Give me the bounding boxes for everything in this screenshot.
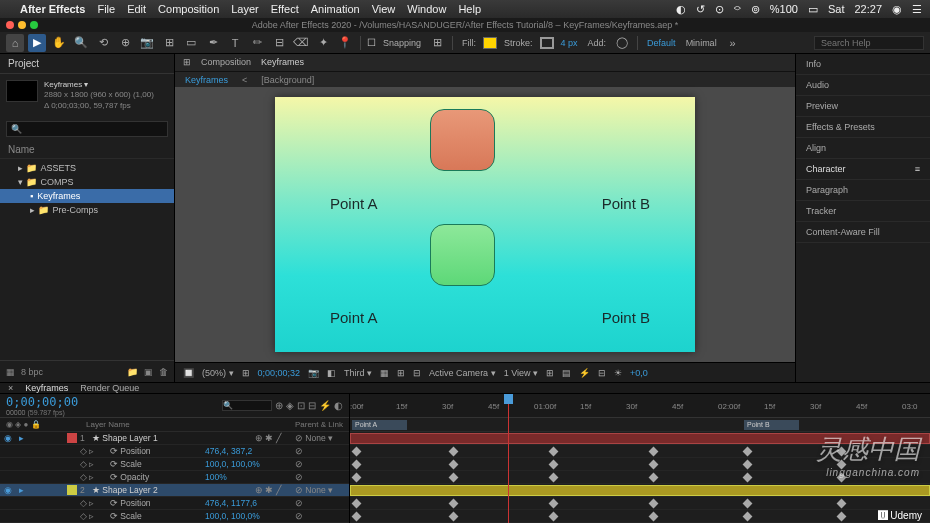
menu-layer[interactable]: Layer: [231, 3, 259, 15]
fast-preview-icon[interactable]: ⚡: [579, 368, 590, 378]
magnification-icon[interactable]: 🔲: [183, 368, 194, 378]
exposure-icon[interactable]: ☀: [614, 368, 622, 378]
resolution-icon[interactable]: ⊞: [242, 368, 250, 378]
fill-swatch[interactable]: [483, 37, 497, 49]
menu-window[interactable]: Window: [407, 3, 446, 15]
viewer[interactable]: Point A Point B Point A Point B: [175, 87, 795, 362]
project-search[interactable]: [6, 121, 168, 137]
tl-fx-icon[interactable]: ⚡: [319, 400, 331, 411]
property-row[interactable]: ◇ ▹⟳ Opacity100%⊘: [0, 471, 349, 484]
time-ruler[interactable]: :00f15f30f45f01:00f15f30f45f02:00f15f30f…: [350, 394, 930, 418]
timeline-search[interactable]: [222, 400, 272, 411]
menu-composition[interactable]: Composition: [158, 3, 219, 15]
resolution-dropdown[interactable]: Third ▾: [344, 368, 372, 378]
current-time[interactable]: 0;00;00;32: [258, 368, 301, 378]
composition-canvas[interactable]: Point A Point B Point A Point B: [275, 97, 695, 352]
new-folder-icon[interactable]: 📁: [127, 367, 138, 377]
layer-row[interactable]: ◉ ▸1★ Shape Layer 1⊕ ✱ ╱⊘ None ▾: [0, 432, 349, 445]
bpc-toggle[interactable]: 8 bpc: [21, 367, 43, 377]
rotate-tool[interactable]: ⊕: [116, 34, 134, 52]
panel-preview[interactable]: Preview: [796, 96, 930, 117]
tl-tab-keyframes[interactable]: Keyframes: [25, 383, 68, 393]
panel-align[interactable]: Align: [796, 138, 930, 159]
channels-icon[interactable]: ◧: [327, 368, 336, 378]
pixel-aspect-icon[interactable]: ▤: [562, 368, 571, 378]
roi-icon[interactable]: ▦: [380, 368, 389, 378]
close-icon[interactable]: [6, 21, 14, 29]
comp-keyframes[interactable]: ▪ Keyframes: [0, 189, 174, 203]
maximize-icon[interactable]: [30, 21, 38, 29]
snapshot-icon[interactable]: 📷: [308, 368, 319, 378]
add-menu[interactable]: ◯: [613, 34, 631, 52]
property-row[interactable]: ◇ ▹⟳ Position476,4, 1177,6⊘: [0, 497, 349, 510]
stroke-swatch[interactable]: [540, 37, 554, 49]
zoom-dropdown[interactable]: (50%) ▾: [202, 368, 234, 378]
snap-icon[interactable]: ⊞: [428, 34, 446, 52]
orbit-tool[interactable]: ⟲: [94, 34, 112, 52]
puppet-tool[interactable]: 📍: [336, 34, 354, 52]
interpret-icon[interactable]: ▦: [6, 367, 15, 377]
tl-shy-icon[interactable]: ⊟: [308, 400, 316, 411]
flowchart-icon[interactable]: ⊞: [183, 57, 191, 67]
playhead[interactable]: [508, 394, 509, 523]
comp-thumbnail[interactable]: [6, 80, 38, 102]
panel-content-aware[interactable]: Content-Aware Fill: [796, 222, 930, 243]
menu-animation[interactable]: Animation: [311, 3, 360, 15]
menu-effect[interactable]: Effect: [271, 3, 299, 15]
guides-icon[interactable]: ⊟: [413, 368, 421, 378]
selection-tool[interactable]: ▶: [28, 34, 46, 52]
tl-draft-icon[interactable]: ⊡: [297, 400, 305, 411]
folder-comps[interactable]: ▾ 📁 COMPS: [0, 175, 174, 189]
flow-tab-keyframes[interactable]: Keyframes: [185, 75, 228, 85]
layer-row[interactable]: ◉ ▸2★ Shape Layer 2⊕ ✱ ╱⊘ None ▾: [0, 484, 349, 497]
panel-character[interactable]: Character≡: [796, 159, 930, 180]
camera-tool[interactable]: 📷: [138, 34, 156, 52]
workspace-more[interactable]: »: [724, 34, 742, 52]
menu-help[interactable]: Help: [458, 3, 481, 15]
timeline-tracks[interactable]: :00f15f30f45f01:00f15f30f45f02:00f15f30f…: [350, 394, 930, 523]
flow-tab-background[interactable]: [Background]: [261, 75, 314, 85]
views-dropdown[interactable]: 1 View ▾: [504, 368, 538, 378]
brush-tool[interactable]: ✏: [248, 34, 266, 52]
delete-icon[interactable]: 🗑: [159, 367, 168, 377]
shape-tool[interactable]: ▭: [182, 34, 200, 52]
tl-tab-render[interactable]: Render Queue: [80, 383, 139, 393]
search-icon[interactable]: ☰: [912, 3, 922, 16]
traffic-lights[interactable]: [6, 21, 38, 29]
workspace-minimal[interactable]: Minimal: [686, 38, 717, 48]
type-tool[interactable]: T: [226, 34, 244, 52]
panel-tracker[interactable]: Tracker: [796, 201, 930, 222]
view-opts-icon[interactable]: ⊞: [546, 368, 554, 378]
app-name[interactable]: After Effects: [20, 3, 85, 15]
shape-layer-1[interactable]: [430, 109, 495, 171]
panel-info[interactable]: Info: [796, 54, 930, 75]
current-timecode[interactable]: 0;00;00;00: [6, 395, 78, 409]
pan-behind-tool[interactable]: ⊞: [160, 34, 178, 52]
tl-graph-icon[interactable]: ◈: [286, 400, 294, 411]
camera-dropdown[interactable]: Active Camera ▾: [429, 368, 496, 378]
marker-point-b[interactable]: Point B: [744, 420, 799, 430]
minimize-icon[interactable]: [18, 21, 26, 29]
snapping-checkbox[interactable]: ☐: [367, 37, 376, 48]
menu-file[interactable]: File: [97, 3, 115, 15]
property-row[interactable]: ◇ ▹⟳ Position476,4, 387,2⊘: [0, 445, 349, 458]
pen-tool[interactable]: ✒: [204, 34, 222, 52]
timeline-icon[interactable]: ⊟: [598, 368, 606, 378]
folder-precomps[interactable]: ▸ 📁 Pre-Comps: [0, 203, 174, 217]
panel-paragraph[interactable]: Paragraph: [796, 180, 930, 201]
home-tool[interactable]: ⌂: [6, 34, 24, 52]
new-comp-icon[interactable]: ▣: [144, 367, 153, 377]
roto-tool[interactable]: ✦: [314, 34, 332, 52]
menu-edit[interactable]: Edit: [127, 3, 146, 15]
shape-layer-2[interactable]: [430, 224, 495, 286]
marker-point-a[interactable]: Point A: [352, 420, 407, 430]
property-row[interactable]: ◇ ▹⟳ Scale100,0, 100,0%⊘: [0, 458, 349, 471]
panel-audio[interactable]: Audio: [796, 75, 930, 96]
zoom-tool[interactable]: 🔍: [72, 34, 90, 52]
eraser-tool[interactable]: ⌫: [292, 34, 310, 52]
comp-crumb[interactable]: Keyframes: [261, 57, 304, 67]
workspace-default[interactable]: Default: [647, 38, 676, 48]
property-row[interactable]: ◇ ▹⟳ Scale100,0, 100,0%⊘: [0, 510, 349, 523]
exposure-value[interactable]: +0,0: [630, 368, 648, 378]
grid-icon[interactable]: ⊞: [397, 368, 405, 378]
